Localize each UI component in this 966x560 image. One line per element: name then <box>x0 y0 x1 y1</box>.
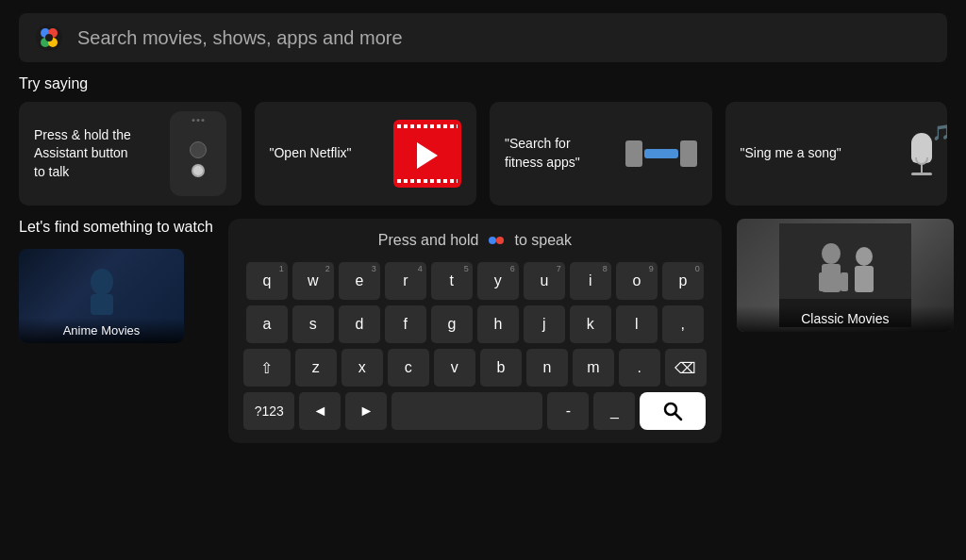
key-123[interactable]: ?123 <box>243 392 294 430</box>
keyboard-row-3: ⇧ z x c v b n m . ⌫ <box>243 349 707 387</box>
suggestion-text-fitness: "Search for fitness apps" <box>505 135 610 172</box>
search-placeholder: Search movies, shows, apps and more <box>77 27 403 49</box>
key-p[interactable]: p0 <box>662 262 704 300</box>
svg-line-11 <box>675 414 682 420</box>
key-n[interactable]: n <box>526 349 568 387</box>
key-l[interactable]: l <box>616 305 658 343</box>
google-assistant-icon <box>34 23 64 53</box>
key-v[interactable]: v <box>434 349 475 387</box>
keyboard-container: Press and hold to speak q1 w2 e3 r4 t5 y… <box>228 219 722 443</box>
suggestion-card-fitness[interactable]: "Search for fitness apps" <box>490 102 712 206</box>
keyboard-row-1: q1 w2 e3 r4 t5 y6 u7 i8 o9 p0 <box>243 262 707 300</box>
assistant-dots-icon <box>486 230 507 251</box>
key-s[interactable]: s <box>292 305 334 343</box>
key-r[interactable]: r4 <box>385 262 426 300</box>
suggestion-card-remote[interactable]: Press & hold the Assistant button to tal… <box>19 102 242 206</box>
key-t[interactable]: t5 <box>431 262 473 300</box>
right-section: Classic Movies <box>737 219 954 332</box>
dumbbell-visual <box>625 140 697 167</box>
search-bar[interactable]: Search movies, shows, apps and more <box>19 13 947 62</box>
key-f[interactable]: f <box>385 305 426 343</box>
netflix-visual <box>393 120 461 188</box>
key-j[interactable]: j <box>524 305 565 343</box>
svg-point-6 <box>91 269 113 295</box>
key-e[interactable]: e3 <box>339 262 380 300</box>
key-z[interactable]: z <box>295 349 337 387</box>
svg-rect-16 <box>841 272 848 291</box>
music-notes-icon: 🎵 <box>932 124 947 141</box>
suggestion-text-sing: "Sing me a song" <box>741 144 841 163</box>
microphone-visual: 🎵 <box>911 133 932 175</box>
remote-visual <box>170 111 226 196</box>
svg-point-5 <box>45 34 53 41</box>
key-c[interactable]: c <box>388 349 429 387</box>
key-period[interactable]: . <box>619 349 660 387</box>
svg-rect-7 <box>91 294 113 315</box>
key-h[interactable]: h <box>477 305 519 343</box>
search-icon <box>662 401 683 421</box>
key-search[interactable] <box>640 392 706 430</box>
keyboard-row-2: a s d f g h j k l , <box>243 305 707 343</box>
svg-point-13 <box>822 243 841 264</box>
find-section: Let's find something to watch Anime Movi… <box>19 219 947 443</box>
svg-point-8 <box>489 237 496 244</box>
svg-point-17 <box>856 247 873 266</box>
svg-point-9 <box>496 237 504 244</box>
key-k[interactable]: k <box>570 305 611 343</box>
suggestion-cards-row: Press & hold the Assistant button to tal… <box>19 102 947 206</box>
find-label: Let's find something to watch <box>19 219 213 236</box>
key-y[interactable]: y6 <box>477 262 519 300</box>
key-a[interactable]: a <box>246 305 288 343</box>
key-right-arrow[interactable]: ► <box>345 392 387 430</box>
suggestion-text-netflix: "Open Netflix" <box>270 144 352 163</box>
keyboard-row-4: ?123 ◄ ► - _ <box>243 392 707 430</box>
find-left: Let's find something to watch Anime Movi… <box>19 219 213 343</box>
key-u[interactable]: u7 <box>524 262 565 300</box>
key-q[interactable]: q1 <box>246 262 288 300</box>
suggestion-text-remote: Press & hold the Assistant button to tal… <box>34 126 140 182</box>
key-left-arrow[interactable]: ◄ <box>299 392 341 430</box>
svg-rect-15 <box>819 272 826 291</box>
classic-movies-thumbnail[interactable]: Classic Movies <box>737 219 954 332</box>
key-shift[interactable]: ⇧ <box>243 349 291 387</box>
try-saying-label: Try saying <box>19 75 947 92</box>
key-g[interactable]: g <box>431 305 473 343</box>
svg-rect-18 <box>855 266 874 292</box>
key-comma[interactable]: , <box>662 305 704 343</box>
anime-movies-thumbnail[interactable]: Anime Movies <box>19 249 184 343</box>
suggestion-card-sing[interactable]: "Sing me a song" 🎵 <box>725 102 948 206</box>
key-b[interactable]: b <box>480 349 522 387</box>
key-dash[interactable]: - <box>547 392 589 430</box>
anime-movies-label: Anime Movies <box>19 318 184 343</box>
key-o[interactable]: o9 <box>616 262 658 300</box>
key-m[interactable]: m <box>573 349 614 387</box>
keyboard-hint: Press and hold to speak <box>243 230 707 251</box>
key-i[interactable]: i8 <box>570 262 611 300</box>
key-d[interactable]: d <box>339 305 380 343</box>
classic-movies-label: Classic Movies <box>737 305 954 332</box>
key-x[interactable]: x <box>341 349 383 387</box>
key-underscore[interactable]: _ <box>593 392 635 430</box>
key-w[interactable]: w2 <box>292 262 334 300</box>
key-space[interactable] <box>391 392 542 430</box>
key-backspace[interactable]: ⌫ <box>665 349 707 387</box>
keyboard-rows: q1 w2 e3 r4 t5 y6 u7 i8 o9 p0 a s d f g … <box>243 262 707 430</box>
suggestion-card-netflix[interactable]: "Open Netflix" <box>255 102 477 206</box>
